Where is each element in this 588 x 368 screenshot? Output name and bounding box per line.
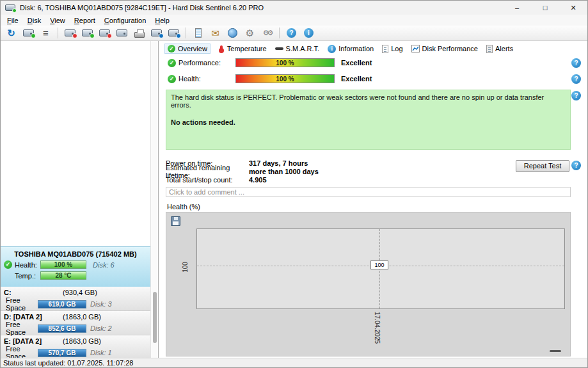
drive-disk-number: Disk: 3 [90,300,112,308]
status-bar: Status last updated: 01.07.2025. 11:07:2… [1,358,587,367]
settings-button[interactable]: ⚙ [242,26,258,40]
health-label: Health: [15,261,40,269]
free-space-bar: 619,0 GB [38,300,86,308]
comment-input[interactable] [166,187,571,197]
power-on-time-value: 317 days, 7 hours [249,159,308,167]
menu-bar: File Disk View Report Configuration Help [1,15,587,26]
disk-icon [116,29,127,36]
health-bar: 100 % [40,260,86,269]
disk-online-button[interactable] [79,26,95,40]
scrollbar-thumb[interactable] [153,292,157,343]
export-report-button[interactable] [166,26,182,40]
drive-item-e[interactable]: E: [DATA 2] (1863,0 GB) Free Space 570,7… [1,335,150,358]
chart-value-annotation: 100 [370,260,388,269]
health-help-icon[interactable]: ? [571,74,581,84]
free-space-bar: 852,6 GB [38,324,86,333]
main-area: TOSHIBA MQ01ABD075 (715402 MB) ✓ Health:… [1,41,587,358]
drive-list: C: (930,4 GB) Free Space 619,0 GB Disk: … [1,287,150,358]
overview-check-icon: ✓ [168,45,175,52]
menu-disk[interactable]: Disk [23,16,45,25]
repeat-test-help-icon[interactable]: ? [571,161,581,170]
health-chart: 100 100 17.04.2025 [166,212,571,356]
save-report-button[interactable] [148,26,164,40]
performance-gauge: 100 % [235,58,335,67]
drive-name: E: [DATA 2] [4,337,63,345]
health-ok-icon: ✓ [4,260,12,269]
print-button[interactable] [131,26,147,40]
online-status-button[interactable] [225,26,241,40]
close-button[interactable]: ✕ [559,1,587,15]
send-mail-button[interactable]: ✉ [207,26,223,40]
disk-menu-button[interactable]: ≡ [38,26,54,40]
refresh-button[interactable]: ↻ [3,26,19,40]
disk-offline-icon [65,29,75,36]
minimize-button[interactable]: – [503,1,531,15]
chart-title: Health (%) [167,203,200,211]
globe-icon [228,28,237,38]
about-button[interactable]: i [301,26,317,40]
health-rating: Excellent [341,75,372,83]
drive-disk-number: Disk: 2 [90,324,112,332]
chart-scrollbar-thumb[interactable] [550,350,561,352]
tab-overview[interactable]: ✓ Overview [165,44,210,53]
surface-test-icon [195,28,202,38]
selected-disk-panel[interactable]: TOSHIBA MQ01ABD075 (715402 MB) ✓ Health:… [1,246,150,287]
help-button[interactable]: ? [283,26,299,40]
chart-plot-area: 100 [196,228,565,309]
tab-bar: ✓ Overview Temperature S.M.A.R.T. i Info… [165,43,513,54]
performance-rating: Excellent [341,59,372,67]
free-space-label: Free Space [6,321,38,336]
toolbar-separator [186,28,186,38]
disk-tree-area[interactable] [1,41,150,246]
chart-x-tick: 17.04.2025 [374,312,381,344]
disk-neutral-button[interactable] [114,26,130,40]
save-chart-icon[interactable] [171,216,180,226]
maximize-button[interactable]: □ [531,1,559,15]
gear-icon: ⚙ [246,28,254,38]
status-help-icon[interactable]: ? [571,91,581,100]
tab-alerts[interactable]: Alerts [486,45,513,53]
free-space-label: Free Space [6,345,38,358]
performance-help-icon[interactable]: ? [571,58,581,68]
drive-name: C: [4,289,63,296]
information-icon: i [328,45,336,53]
drive-item-d[interactable]: D: [DATA 2] (1863,0 GB) Free Space 852,6… [1,311,150,335]
tab-disk-performance[interactable]: Disk Performance [411,45,478,52]
start-stop-count-value: 4.905 [249,176,267,184]
menu-configuration[interactable]: Configuration [100,16,150,25]
toolbar: ↻ ≡ ✉ ⚙ ⚙⚙ ? i [1,26,587,41]
drive-item-c[interactable]: C: (930,4 GB) Free Space 619,0 GB Disk: … [1,287,150,311]
info-icon: i [304,28,314,38]
status-last-updated: Status last updated: 01.07.2025. 11:07:2… [3,359,133,367]
disk-export-icon [168,29,179,36]
status-action: No actions needed. [171,118,566,126]
health-row: ✓ Health: 100 % Excellent ? [168,74,581,84]
menu-report[interactable]: Report [70,16,100,25]
menu-file[interactable]: File [3,16,23,25]
health-label: Health: [179,75,235,83]
tab-smart[interactable]: S.M.A.R.T. [275,45,320,52]
status-text: The hard disk status is PERFECT. Problem… [171,93,566,109]
free-space-label: Free Space [6,296,38,312]
tab-information[interactable]: i Information [328,45,374,53]
tab-log[interactable]: Log [382,45,402,53]
disk-list-scrollbar[interactable] [150,41,158,358]
list-icon: ≡ [43,28,49,38]
tab-temperature[interactable]: Temperature [218,45,267,52]
disk-offline-button[interactable] [62,26,78,40]
refresh-icon: ↻ [7,28,15,38]
drive-size: (1863,0 GB) [63,337,101,345]
alerts-icon [486,45,493,53]
titlebar[interactable]: Disk: 6, TOSHIBA MQ01ABD075 [9284C19ET] … [1,1,587,15]
repeat-test-button[interactable]: Repeat Test [516,160,569,172]
disk-error-button[interactable] [97,26,113,40]
application-window: Disk: 6, TOSHIBA MQ01ABD075 [9284C19ET] … [0,0,588,368]
advanced-settings-button[interactable]: ⚙⚙ [259,26,275,40]
detect-disks-button[interactable] [20,26,36,40]
overview-pane: ✓ Overview Temperature S.M.A.R.T. i Info… [159,41,587,358]
surface-test-button[interactable] [190,26,206,40]
menu-help[interactable]: Help [150,16,174,25]
toolbar-separator [279,28,280,38]
selected-disk-title: TOSHIBA MQ01ABD075 (715402 MB) [1,247,150,258]
menu-view[interactable]: View [45,16,70,25]
